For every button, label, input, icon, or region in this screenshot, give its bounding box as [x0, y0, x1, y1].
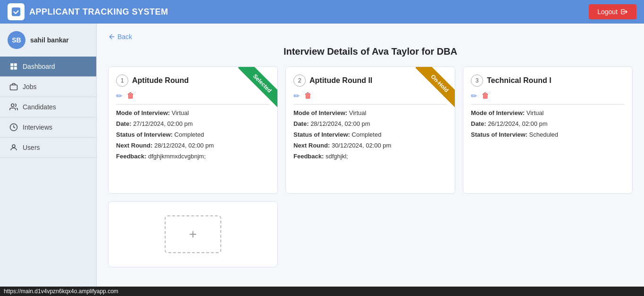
candidates-icon [9, 103, 18, 111]
header-left: APPLICANT TRACKING SYSTEM [8, 3, 168, 20]
card-3-title: Technical Round I [487, 76, 552, 85]
main-content: Back Interview Details of Ava Taylor for… [97, 24, 644, 287]
card-1-mode: Mode of Interview: Virtual [116, 109, 270, 116]
sidebar-item-interviews-label: Interviews [23, 123, 52, 131]
add-interview-button[interactable]: + [165, 215, 221, 253]
onhold-ribbon: On-Hold [412, 67, 455, 109]
sidebar-item-candidates-label: Candidates [23, 103, 56, 111]
card-3-mode: Mode of Interview: Virtual [471, 109, 625, 116]
card-2-mode: Mode of Interview: Virtual [293, 109, 447, 116]
svg-rect-2 [14, 63, 17, 66]
cards-grid: Selected 1 Aptitude Round ✏ 🗑 Mode of In… [108, 66, 633, 194]
delete-icon-1[interactable]: 🗑 [127, 91, 134, 100]
card-2-status: Status of Interview: Completed [293, 131, 447, 138]
sidebar-item-dashboard-label: Dashboard [23, 63, 55, 70]
card-2-date: Date: 28/12/2024, 02:00 pm [293, 120, 447, 127]
back-label: Back [117, 33, 132, 41]
sidebar-item-dashboard[interactable]: Dashboard [0, 57, 96, 77]
user-section: SB sahil bankar [0, 31, 96, 57]
users-icon [9, 143, 18, 152]
sidebar-item-interviews[interactable]: Interviews [0, 117, 96, 138]
round-number-1: 1 [116, 74, 128, 87]
jobs-icon [9, 82, 18, 91]
back-link[interactable]: Back [108, 33, 633, 41]
svg-rect-4 [14, 67, 17, 70]
username: sahil bankar [30, 36, 69, 44]
card-2-feedback: Feedback: sdfghjkl; [293, 153, 447, 160]
interview-card-1: Selected 1 Aptitude Round ✏ 🗑 Mode of In… [108, 66, 278, 194]
card-1-title: Aptitude Round [132, 76, 189, 85]
back-arrow-icon [108, 33, 116, 41]
sidebar: SB sahil bankar Dashboard Jobs [0, 24, 97, 287]
svg-rect-3 [10, 67, 13, 70]
app-header: APPLICANT TRACKING SYSTEM Logout [0, 0, 644, 24]
add-card-row: + [108, 201, 633, 267]
edit-icon-2[interactable]: ✏ [293, 91, 300, 100]
svg-rect-0 [12, 8, 20, 16]
selected-ribbon: Selected [235, 67, 277, 109]
page-title: Interview Details of Ava Taylor for DBA [108, 46, 633, 57]
round-number-2: 2 [293, 74, 306, 87]
card-3-status: Status of Interview: Scheduled [471, 131, 625, 138]
avatar: SB [8, 31, 25, 49]
statusbar: https://main.d1v4vpzn6kqx4o.amplifyapp.c… [0, 287, 644, 296]
card-1-date: Date: 27/12/2024, 02:00 pm [116, 120, 270, 127]
delete-icon-2[interactable]: 🗑 [304, 91, 312, 100]
interview-card-2: On-Hold 2 Aptitude Round II ✏ 🗑 Mode of … [285, 66, 455, 194]
card-2-next-round: Next Round: 30/12/2024, 02:00 pm [293, 142, 447, 149]
sidebar-item-users[interactable]: Users [0, 138, 96, 158]
card-1-status: Status of Interview: Completed [116, 131, 270, 138]
card-3-header: 3 Technical Round I [471, 74, 625, 87]
card-3-date: Date: 26/12/2024, 02:00 pm [471, 120, 625, 127]
logout-button[interactable]: Logout [589, 4, 636, 19]
card-1-next-round: Next Round: 28/12/2024, 02:00 pm [116, 142, 270, 149]
card-3-actions: ✏ 🗑 [471, 91, 625, 105]
round-number-3: 3 [471, 74, 483, 87]
interviews-icon [9, 123, 18, 132]
sidebar-item-jobs-label: Jobs [23, 83, 37, 90]
card-1-feedback: Feedback: dfghjkmmxdcvgbnjm; [116, 153, 270, 160]
interview-card-3: 3 Technical Round I ✏ 🗑 Mode of Intervie… [463, 66, 633, 194]
svg-rect-5 [10, 85, 17, 90]
sidebar-item-jobs[interactable]: Jobs [0, 77, 96, 97]
layout: SB sahil bankar Dashboard Jobs [0, 24, 644, 287]
card-2-title: Aptitude Round II [309, 76, 372, 85]
svg-point-6 [11, 104, 14, 107]
logout-icon [620, 8, 628, 16]
dashboard-icon [9, 62, 18, 71]
svg-rect-1 [10, 63, 13, 66]
app-logo [8, 3, 25, 20]
edit-icon-3[interactable]: ✏ [471, 91, 477, 100]
app-title: APPLICANT TRACKING SYSTEM [29, 7, 168, 17]
add-interview-card: + [108, 201, 278, 267]
sidebar-item-candidates[interactable]: Candidates [0, 97, 96, 117]
sidebar-item-users-label: Users [23, 144, 40, 151]
statusbar-url: https://main.d1v4vpzn6kqx4o.amplifyapp.c… [4, 288, 118, 295]
svg-point-8 [12, 145, 15, 148]
delete-icon-3[interactable]: 🗑 [482, 91, 489, 100]
edit-icon-1[interactable]: ✏ [116, 91, 122, 100]
